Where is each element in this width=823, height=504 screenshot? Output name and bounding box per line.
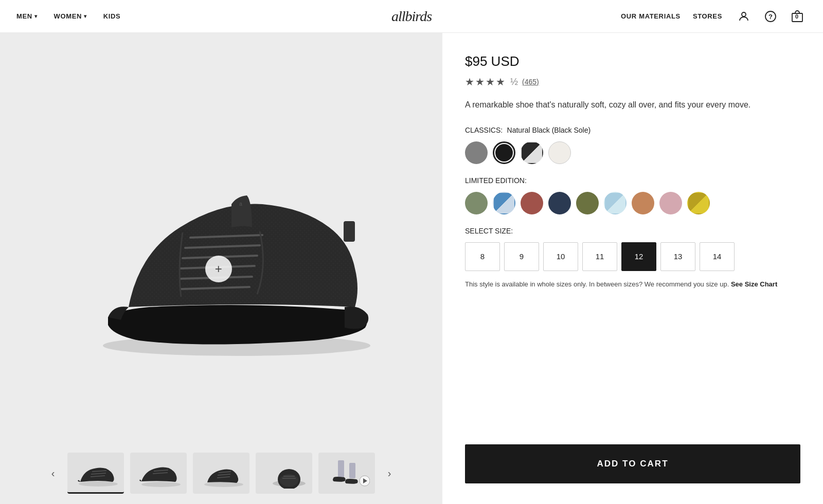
size-label-text: SELECT SIZE: [465,227,513,235]
svg-rect-13 [344,221,355,242]
size-grid: 8 9 10 11 12 13 14 [465,242,800,271]
men-label: MEN [16,12,32,20]
shoe-image: a [46,124,396,371]
svg-text:a: a [239,201,242,207]
svg-point-15 [79,481,118,487]
size-note-text: This style is available in whole sizes o… [465,280,729,288]
svg-point-0 [742,12,746,16]
product-details-section: $95 USD ★★★★ ½ (465) A remarkable shoe t… [442,33,823,504]
selected-color-name: Natural Black (Black Sole) [507,126,591,134]
product-price: $95 USD [465,53,800,69]
nav-right: OUR MATERIALS STORES ? 0 [621,7,807,26]
kids-label: KIDS [103,12,121,20]
color-swatch-navy[interactable] [548,192,571,214]
size-btn-9[interactable]: 9 [504,242,539,271]
color-swatch-sky-blue[interactable] [604,192,627,214]
zoom-plus-button[interactable]: + [205,256,232,282]
prev-thumbnail-button[interactable]: ‹ [45,465,61,481]
product-image-section: a + ‹ [0,33,442,504]
site-logo[interactable]: allbirds [391,8,432,25]
size-btn-13[interactable]: 13 [660,242,695,271]
size-label: SELECT SIZE: [465,227,800,235]
color-swatch-gold[interactable] [687,192,710,214]
men-chevron-icon: ▾ [34,13,38,19]
size-btn-8[interactable]: 8 [465,242,500,271]
size-note: This style is available in whole sizes o… [465,279,800,290]
main-image-area: a + [21,53,422,442]
classics-label: CLASSICS: Natural Black (Black Sole) [465,126,800,134]
nav-kids[interactable]: KIDS [103,12,121,20]
svg-rect-32 [349,463,355,478]
women-label: WOMEN [54,12,82,20]
nav-materials[interactable]: OUR MATERIALS [621,12,681,20]
color-swatch-terracotta[interactable] [632,192,654,214]
main-container: a + ‹ [0,33,823,504]
size-btn-14[interactable]: 14 [700,242,735,271]
header: MEN ▾ WOMEN ▾ KIDS allbirds OUR MATERIAL… [0,0,823,33]
product-description: A remarkable shoe that's naturally soft,… [465,98,800,112]
nav-left: MEN ▾ WOMEN ▾ KIDS [16,12,120,20]
color-swatch-natural-grey[interactable] [465,141,488,164]
size-btn-11[interactable]: 11 [582,242,617,271]
cart-icon[interactable]: 0 [788,7,807,26]
size-chart-link[interactable]: See Size Chart [731,280,777,288]
color-swatch-natural-black[interactable] [493,141,515,164]
nav-women[interactable]: WOMEN ▾ [54,12,87,20]
size-btn-12[interactable]: 12 [621,242,656,271]
color-swatch-blue[interactable] [493,192,515,214]
nav-stores[interactable]: STORES [693,12,722,20]
account-icon[interactable] [735,7,753,26]
color-swatch-olive[interactable] [576,192,599,214]
thumbnail-4[interactable] [256,453,312,494]
color-swatch-rust[interactable] [521,192,543,214]
limited-edition-label: LIMITED EDITION: [465,176,800,185]
half-star-icon: ½ [510,77,518,87]
color-swatch-natural-black-white-sole[interactable] [521,141,543,164]
next-thumbnail-button[interactable]: › [381,465,398,481]
thumbnail-3[interactable] [193,453,249,494]
nav-icons: ? 0 [735,7,807,26]
thumbnail-1[interactable] [67,453,124,494]
help-icon[interactable]: ? [761,7,780,26]
color-swatch-blush[interactable] [659,192,682,214]
color-swatch-sage[interactable] [465,192,488,214]
thumbnail-5[interactable] [318,453,375,494]
svg-point-19 [141,482,181,487]
rating-row: ★★★★ ½ (465) [465,76,800,88]
thumbnails-row: ‹ [21,453,422,494]
classics-color-swatches [465,141,800,164]
rating-count[interactable]: (465) [522,78,539,86]
women-chevron-icon: ▾ [84,13,87,19]
cart-count: 0 [795,13,802,21]
limited-label-text: LIMITED EDITION: [465,176,527,185]
thumbnail-2[interactable] [130,453,187,494]
size-btn-10[interactable]: 10 [543,242,578,271]
nav-men[interactable]: MEN ▾ [16,12,38,20]
svg-text:?: ? [768,13,773,21]
limited-color-swatches [465,192,800,214]
product-stars: ★★★★ [465,76,506,88]
color-swatch-natural-white[interactable] [548,141,571,164]
add-to-cart-button[interactable]: ADD TO CART [465,444,800,483]
svg-rect-31 [338,460,344,478]
svg-point-22 [204,482,243,487]
classics-label-text: CLASSICS: [465,126,503,134]
